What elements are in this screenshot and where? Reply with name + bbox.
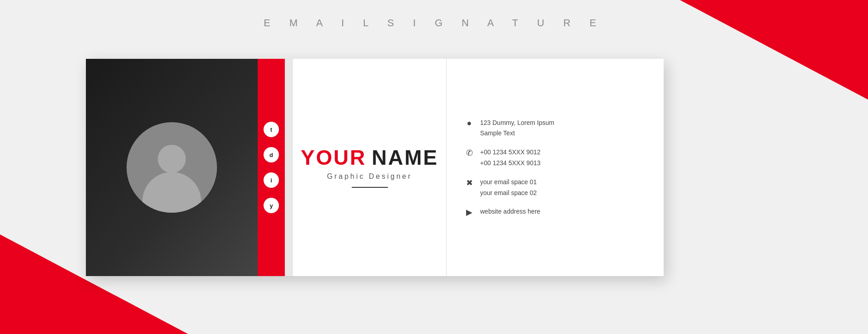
card-left-panel xyxy=(86,59,258,276)
name-row: YOUR NAME xyxy=(301,147,438,168)
address-line2: Sample Text xyxy=(480,129,515,137)
card-right-panel: YOUR NAME Graphic Designer ● 123 Dummy, … xyxy=(293,59,664,276)
card-contact-section: ● 123 Dummy, Lorem Ipsum Sample Text ✆ +… xyxy=(447,59,664,276)
twitter-icon[interactable]: t xyxy=(264,122,279,137)
email2: your email space 02 xyxy=(480,189,537,196)
page-title: E M A I L S I G N A T U R E xyxy=(264,17,604,29)
name-main: NAME xyxy=(372,147,438,168)
location-icon: ● xyxy=(465,119,474,128)
avatar-body xyxy=(142,172,201,213)
phone-icon: ✆ xyxy=(465,148,474,158)
avatar-head xyxy=(158,145,186,173)
job-title: Graphic Designer xyxy=(327,172,412,181)
bg-decoration-top-right xyxy=(633,0,868,100)
youtube-icon[interactable]: y xyxy=(264,198,279,213)
cursor-icon: ▶ xyxy=(465,207,474,217)
name-divider xyxy=(352,187,388,188)
email-row: ✖ your email space 01 your email space 0… xyxy=(465,177,646,199)
card-name-section: YOUR NAME Graphic Designer xyxy=(293,59,447,276)
address-line1: 123 Dummy, Lorem Ipsum xyxy=(480,119,554,126)
avatar-silhouette xyxy=(142,140,201,213)
phone1: +00 1234 5XXX 9012 xyxy=(480,148,541,156)
phone-row: ✆ +00 1234 5XXX 9012 +00 1234 5XXX 9013 xyxy=(465,147,646,169)
social-icons-panel: t d i y xyxy=(258,59,285,276)
email-icon: ✖ xyxy=(465,178,474,188)
dribbble-icon[interactable]: d xyxy=(264,147,279,162)
website-text: website address here xyxy=(480,206,540,217)
name-your: YOUR xyxy=(301,147,366,168)
email-text: your email space 01 your email space 02 xyxy=(480,177,537,199)
email-signature-card: t d i y YOUR NAME Graphic Designer ● 123… xyxy=(86,59,664,276)
avatar xyxy=(127,122,217,213)
phone2: +00 1234 5XXX 9013 xyxy=(480,159,541,167)
card-divider xyxy=(285,59,293,276)
email1: your email space 01 xyxy=(480,178,537,186)
address-text: 123 Dummy, Lorem Ipsum Sample Text xyxy=(480,118,554,139)
phone-text: +00 1234 5XXX 9012 +00 1234 5XXX 9013 xyxy=(480,147,541,169)
website-row: ▶ website address here xyxy=(465,206,646,217)
address-row: ● 123 Dummy, Lorem Ipsum Sample Text xyxy=(465,118,646,139)
instagram-icon[interactable]: i xyxy=(264,172,279,188)
